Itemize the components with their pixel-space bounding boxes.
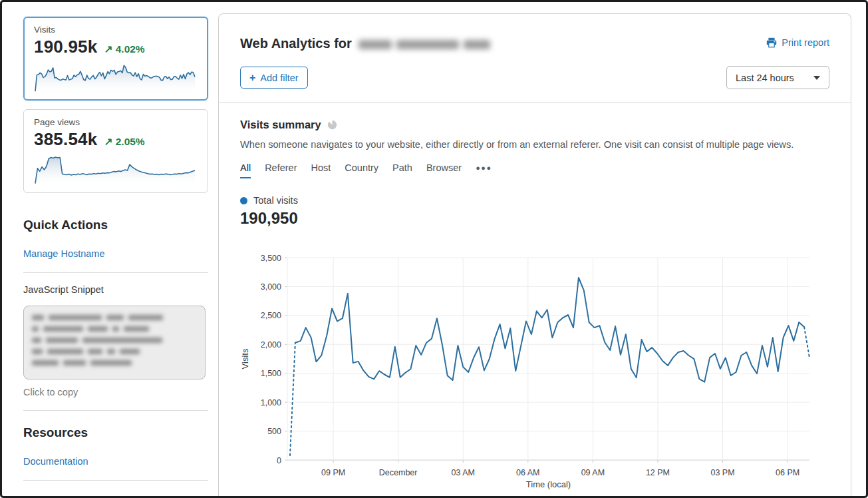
- time-range-value: Last 24 hours: [736, 73, 794, 83]
- svg-text:1,000: 1,000: [261, 398, 281, 407]
- svg-text:500: 500: [267, 427, 281, 436]
- quick-actions-section: Quick Actions Manage Hostname JavaScript…: [23, 218, 208, 411]
- svg-text:2,000: 2,000: [261, 340, 281, 350]
- page-views-card-value: 385.54k: [34, 129, 97, 150]
- svg-text:0: 0: [277, 456, 281, 465]
- tab-referer[interactable]: Referer: [265, 162, 297, 178]
- redacted-domain: [359, 40, 490, 49]
- svg-text:06 AM: 06 AM: [516, 468, 539, 477]
- resources-section: Resources Documentation: [23, 425, 208, 481]
- chart-legend: Total visits: [240, 195, 829, 206]
- visits-card-label: Visits: [34, 25, 198, 35]
- visits-summary-description: When someone navigates to your website, …: [240, 139, 829, 150]
- up-arrow-icon: ↗: [104, 136, 112, 147]
- click-to-copy-hint: Click to copy: [23, 387, 208, 397]
- tab-country[interactable]: Country: [345, 162, 378, 178]
- svg-text:Time (local): Time (local): [526, 479, 571, 489]
- javascript-snippet-box[interactable]: [23, 306, 206, 379]
- stat-card-visits[interactable]: Visits 190.95k ↗ 4.02%: [23, 17, 208, 101]
- svg-text:06 PM: 06 PM: [776, 468, 799, 477]
- page-views-sparkline-chart: [34, 152, 196, 187]
- sidebar: Visits 190.95k ↗ 4.02% Page views 385.54…: [23, 17, 208, 481]
- visits-summary-title: Visits summary: [240, 119, 321, 131]
- page-views-card-label: Page views: [34, 117, 198, 127]
- documentation-link[interactable]: Documentation: [23, 456, 88, 467]
- resources-title: Resources: [23, 425, 208, 440]
- svg-text:Visits: Visits: [240, 348, 250, 369]
- divider: [23, 480, 208, 481]
- visits-chart: 05001,0001,5002,0002,5003,0003,50009 PMD…: [240, 251, 811, 493]
- svg-text:3,500: 3,500: [261, 254, 281, 263]
- more-tabs-ellipsis-icon[interactable]: ●●●: [476, 164, 492, 177]
- visits-sparkline-chart: [34, 60, 196, 95]
- svg-text:03 AM: 03 AM: [452, 468, 475, 477]
- legend-dot-icon: [240, 197, 247, 204]
- quick-actions-title: Quick Actions: [23, 218, 208, 232]
- plus-icon: +: [249, 73, 255, 83]
- main-panel: Web Analytics for Print report + Add fil…: [218, 13, 851, 498]
- divider: [23, 272, 208, 273]
- summary-tabs: All Referer Host Country Path Browser ●●…: [240, 162, 829, 178]
- stat-card-page-views[interactable]: Page views 385.54k ↗ 2.05%: [23, 109, 208, 193]
- javascript-snippet-label: JavaScript Snippet: [23, 284, 208, 295]
- page-views-card-delta: ↗ 2.05%: [104, 136, 144, 148]
- total-visits-value: 190,950: [240, 209, 829, 228]
- print-report-link[interactable]: Print report: [766, 37, 829, 48]
- svg-text:December: December: [379, 468, 418, 477]
- visits-card-delta: ↗ 4.02%: [104, 43, 144, 55]
- divider: [23, 410, 208, 411]
- page-title: Web Analytics for: [240, 36, 490, 51]
- up-arrow-icon: ↗: [104, 43, 112, 55]
- manage-hostname-link[interactable]: Manage Hostname: [23, 248, 105, 259]
- svg-text:09 AM: 09 AM: [581, 468, 605, 477]
- add-filter-button[interactable]: + Add filter: [240, 67, 308, 89]
- visits-line-chart: 05001,0001,5002,0002,5003,0003,50009 PMD…: [240, 251, 811, 491]
- chevron-down-icon: [813, 76, 820, 80]
- tab-browser[interactable]: Browser: [426, 162, 462, 178]
- tab-host[interactable]: Host: [311, 162, 331, 178]
- svg-text:12 PM: 12 PM: [646, 468, 670, 477]
- svg-text:1,500: 1,500: [261, 369, 281, 378]
- pie-chart-icon: [327, 120, 337, 130]
- legend-label: Total visits: [253, 195, 298, 206]
- tab-all[interactable]: All: [240, 162, 251, 178]
- svg-text:2,500: 2,500: [261, 311, 281, 320]
- tab-path[interactable]: Path: [392, 162, 412, 178]
- visits-card-value: 190.95k: [34, 37, 97, 57]
- visits-summary-section: Visits summary When someone navigates to…: [219, 103, 851, 228]
- svg-text:09 PM: 09 PM: [321, 468, 345, 477]
- svg-text:03 PM: 03 PM: [710, 468, 734, 477]
- svg-text:3,000: 3,000: [261, 282, 281, 292]
- printer-icon: [766, 37, 777, 48]
- app-window: Visits 190.95k ↗ 4.02% Page views 385.54…: [0, 0, 868, 498]
- time-range-dropdown[interactable]: Last 24 hours: [726, 66, 829, 89]
